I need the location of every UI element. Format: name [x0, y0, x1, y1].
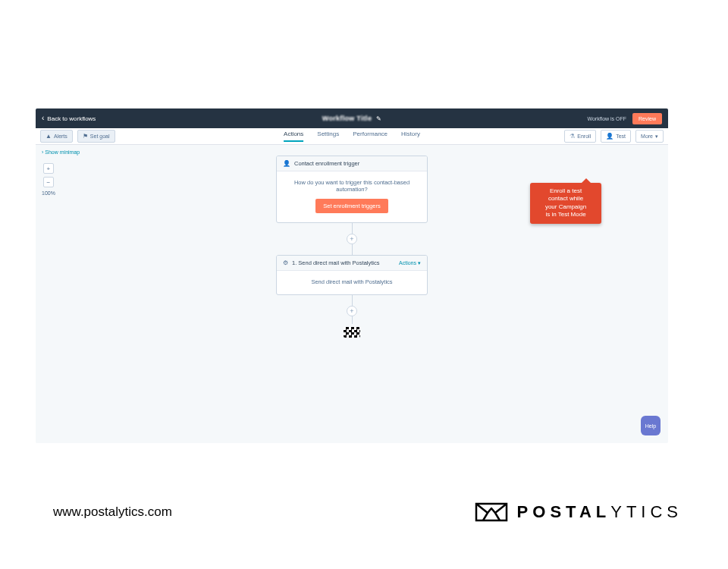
action-card-desc: Send direct mail with Postalytics: [287, 278, 416, 285]
workflow-flow: 👤 Contact enrollment trigger How do you …: [276, 156, 428, 338]
flag-icon: ⚑: [83, 133, 88, 140]
zoom-percentage: 100%: [42, 190, 55, 196]
test-button[interactable]: 👤 Test: [601, 130, 631, 143]
enroll-label: Enroll: [577, 134, 591, 139]
tab-actions[interactable]: Actions: [284, 130, 303, 142]
enroll-button[interactable]: ⚗ Enroll: [564, 130, 596, 143]
add-step-button[interactable]: +: [347, 234, 357, 244]
workflow-canvas[interactable]: › Show minimap + − 100% 👤 Contact enroll…: [36, 145, 668, 443]
zoom-out-button[interactable]: −: [43, 177, 54, 187]
envelope-icon: [475, 501, 508, 523]
more-button[interactable]: More ▾: [635, 130, 664, 143]
tab-performance[interactable]: Performance: [353, 130, 388, 142]
action-card-body: Send direct mail with Postalytics: [277, 271, 427, 294]
trigger-card-title: Contact enrollment trigger: [294, 160, 359, 167]
review-button[interactable]: Review: [632, 113, 662, 124]
annotation-callout: Enroll a test contact while your Campaig…: [530, 183, 601, 224]
connector: [352, 244, 353, 255]
back-to-workflows[interactable]: ‹ Back to workflows: [42, 115, 96, 122]
chevron-down-icon: ▾: [655, 134, 658, 140]
chevron-right-icon: ›: [42, 149, 43, 155]
action-card-header: ⚙ 1. Send direct mail with Postalytics A…: [277, 256, 427, 271]
footer-url: www.postalytics.com: [53, 505, 172, 520]
workflow-title: Workflow Title: [322, 115, 372, 122]
help-button[interactable]: Help: [641, 416, 661, 435]
brand-logo: POSTALYTICS: [475, 501, 682, 523]
tab-history[interactable]: History: [401, 130, 420, 142]
add-step-button[interactable]: +: [347, 306, 357, 316]
chevron-down-icon: ▾: [418, 260, 421, 266]
connector: [352, 316, 353, 324]
test-label: Test: [616, 134, 626, 139]
workflow-status: Workflow is OFF: [587, 116, 626, 121]
topbar: ‹ Back to workflows Workflow Title ✎ Wor…: [36, 108, 668, 128]
brand-name: POSTALYTICS: [517, 502, 682, 522]
more-label: More: [641, 134, 653, 139]
slide-footer: www.postalytics.com POSTALYTICS: [53, 501, 682, 523]
tab-settings[interactable]: Settings: [317, 130, 339, 142]
trigger-card-desc: How do you want to trigger this contact-…: [287, 179, 416, 193]
connector: [352, 295, 353, 306]
chevron-left-icon: ‹: [42, 115, 44, 122]
enrollment-trigger-card[interactable]: 👤 Contact enrollment trigger How do you …: [276, 156, 428, 223]
alerts-button[interactable]: ▲ Alerts: [40, 130, 73, 143]
workflow-title-area: Workflow Title ✎: [322, 115, 381, 122]
trigger-card-header: 👤 Contact enrollment trigger: [277, 156, 427, 171]
gear-icon: ⚙: [283, 259, 288, 266]
show-minimap-link[interactable]: › Show minimap: [42, 149, 80, 155]
user-icon: 👤: [606, 133, 613, 140]
pencil-icon[interactable]: ✎: [376, 115, 381, 122]
set-enrollment-triggers-button[interactable]: Set enrollment triggers: [315, 199, 388, 213]
zoom-controls: + − 100%: [42, 163, 55, 196]
action-card-actions-menu[interactable]: Actions ▾: [399, 260, 421, 266]
back-label: Back to workflows: [47, 115, 96, 122]
flask-icon: ⚗: [570, 133, 575, 140]
connector: [352, 223, 353, 234]
secondary-toolbar: ▲ Alerts ⚑ Set goal Actions Settings Per…: [36, 128, 668, 145]
action-card[interactable]: ⚙ 1. Send direct mail with Postalytics A…: [276, 255, 428, 295]
set-goal-button[interactable]: ⚑ Set goal: [77, 130, 115, 143]
app-screenshot: ‹ Back to workflows Workflow Title ✎ Wor…: [36, 108, 668, 443]
contact-icon: 👤: [283, 160, 290, 167]
bell-icon: ▲: [46, 133, 52, 140]
tabs: Actions Settings Performance History: [284, 130, 420, 142]
end-flag-icon: [344, 327, 360, 338]
action-card-title: 1. Send direct mail with Postalytics: [292, 259, 379, 266]
help-label: Help: [645, 423, 656, 429]
trigger-card-body: How do you want to trigger this contact-…: [277, 171, 427, 222]
set-goal-label: Set goal: [90, 134, 110, 139]
zoom-in-button[interactable]: +: [43, 163, 54, 174]
alerts-label: Alerts: [54, 134, 67, 139]
topbar-right: Workflow is OFF Review: [587, 113, 662, 124]
